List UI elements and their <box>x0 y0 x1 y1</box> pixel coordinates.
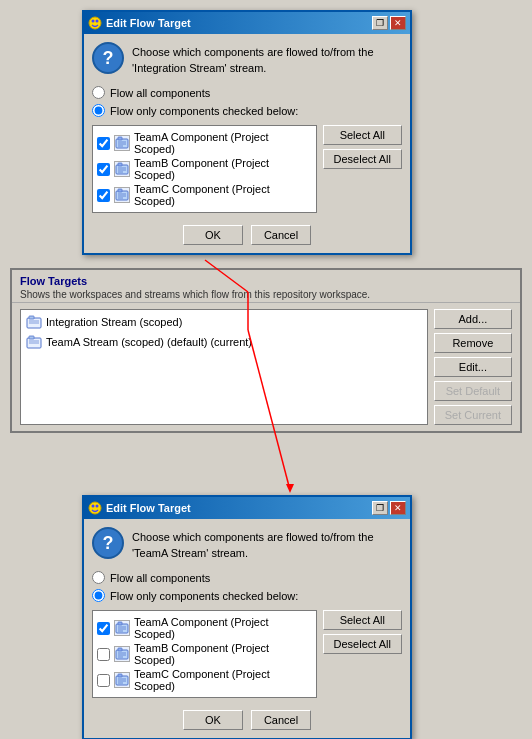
dialog2-window: Edit Flow Target ❐ ✕ ? Choose which comp… <box>82 495 412 739</box>
dialog2-cancel-btn[interactable]: Cancel <box>251 710 311 730</box>
panel-title: Flow Targets <box>20 275 512 287</box>
svg-point-31 <box>92 505 95 508</box>
dialog1-comp-a-checkbox[interactable] <box>97 137 110 150</box>
dialog1-comp-b-checkbox[interactable] <box>97 163 110 176</box>
dialog2-title-left: Edit Flow Target <box>88 501 191 515</box>
dialog1-comp-a-label: TeamA Component (Project Scoped) <box>134 131 312 155</box>
dialog2-question-text: Choose which components are flowed to/fr… <box>132 527 374 561</box>
dialog2-comp-b-checkbox[interactable] <box>97 648 110 661</box>
dialog2-components-list: TeamA Component (Project Scoped) TeamB C… <box>92 610 317 698</box>
dialog2-q-line1: Choose which components are flowed to/fr… <box>132 531 374 543</box>
table-row: TeamB Component (Project Scoped) <box>97 156 312 182</box>
dialog1-titlebar: Edit Flow Target ❐ ✕ <box>84 12 410 34</box>
svg-rect-14 <box>118 189 122 192</box>
dialog1-cancel-btn[interactable]: Cancel <box>251 225 311 245</box>
dialog2-side-buttons: Select All Deselect All <box>323 610 402 698</box>
dialog1-comp-c-label: TeamC Component (Project Scoped) <box>134 183 312 207</box>
dialog1-radio-checked[interactable] <box>92 104 105 117</box>
dialog2-close-btn[interactable]: ✕ <box>390 501 406 515</box>
svg-point-2 <box>96 20 99 23</box>
dialog2-comp-c-icon <box>114 672 130 688</box>
set-default-btn[interactable]: Set Default <box>434 381 512 401</box>
dialog2-radio-all[interactable] <box>92 571 105 584</box>
dialog2-comp-b-icon <box>114 646 130 662</box>
dialog1-comp-b-label: TeamB Component (Project Scoped) <box>134 157 312 181</box>
dialog1-q-line2: 'Integration Stream' stream. <box>132 62 266 74</box>
svg-point-30 <box>89 502 101 514</box>
stream-label-0: Integration Stream (scoped) <box>46 316 182 328</box>
dialog1-footer: OK Cancel <box>92 225 402 245</box>
dialog2-radio-checked[interactable] <box>92 589 105 602</box>
dialog2-title-text: Edit Flow Target <box>106 502 191 514</box>
dialog1-title-text: Edit Flow Target <box>106 17 191 29</box>
dialog1-radio2-row: Flow only components checked below: <box>92 104 402 117</box>
dialog1-components-list: TeamA Component (Project Scoped) TeamB C… <box>92 125 317 213</box>
table-row: TeamC Component (Project Scoped) <box>97 182 312 208</box>
dialog2-comp-b-label: TeamB Component (Project Scoped) <box>134 642 312 666</box>
dialog2-content: ? Choose which components are flowed to/… <box>84 519 410 738</box>
svg-rect-3 <box>116 139 128 148</box>
table-row: TeamA Component (Project Scoped) <box>97 615 312 641</box>
svg-rect-9 <box>118 163 122 166</box>
svg-rect-34 <box>118 622 122 625</box>
list-item[interactable]: TeamA Stream (scoped) (default) (current… <box>23 332 425 352</box>
dialog2-restore-btn[interactable]: ❐ <box>372 501 388 515</box>
dialog2-ok-btn[interactable]: OK <box>183 710 243 730</box>
dialog1-content: ? Choose which components are flowed to/… <box>84 34 410 253</box>
stream-list: Integration Stream (scoped) TeamA Stream… <box>20 309 428 425</box>
dialog2-components-area: TeamA Component (Project Scoped) TeamB C… <box>92 610 402 698</box>
dialog2-question-icon: ? <box>92 527 124 559</box>
dialog2-select-all-btn[interactable]: Select All <box>323 610 402 630</box>
dialog1-title-icon <box>88 16 102 30</box>
table-row: TeamA Component (Project Scoped) <box>97 130 312 156</box>
dialog1-radio-all[interactable] <box>92 86 105 99</box>
dialog1-components-area: TeamA Component (Project Scoped) TeamB C… <box>92 125 402 213</box>
add-btn[interactable]: Add... <box>434 309 512 329</box>
svg-rect-13 <box>116 191 128 200</box>
svg-rect-4 <box>118 137 122 140</box>
svg-point-1 <box>92 20 95 23</box>
table-row: TeamB Component (Project Scoped) <box>97 641 312 667</box>
svg-rect-44 <box>118 674 122 677</box>
svg-point-0 <box>89 17 101 29</box>
dialog1-select-all-btn[interactable]: Select All <box>323 125 402 145</box>
dialog1-radio1-row: Flow all components <box>92 86 402 99</box>
dialog1-title-left: Edit Flow Target <box>88 16 191 30</box>
svg-rect-19 <box>29 316 34 319</box>
edit-btn[interactable]: Edit... <box>434 357 512 377</box>
dialog2-deselect-all-btn[interactable]: Deselect All <box>323 634 402 654</box>
dialog2-comp-c-checkbox[interactable] <box>97 674 110 687</box>
dialog2-footer: OK Cancel <box>92 710 402 730</box>
stream-label-1: TeamA Stream (scoped) (default) (current… <box>46 336 252 348</box>
dialog2-comp-c-label: TeamC Component (Project Scoped) <box>134 668 312 692</box>
dialog1-ok-btn[interactable]: OK <box>183 225 243 245</box>
panel-side-buttons: Add... Remove Edit... Set Default Set Cu… <box>434 309 512 425</box>
svg-rect-43 <box>116 676 128 685</box>
list-item[interactable]: Integration Stream (scoped) <box>23 312 425 332</box>
panel-body: Integration Stream (scoped) TeamA Stream… <box>12 303 520 431</box>
dialog2-comp-a-checkbox[interactable] <box>97 622 110 635</box>
dialog1-title-buttons: ❐ ✕ <box>372 16 406 30</box>
panel-subtitle: Shows the workspaces and streams which f… <box>20 289 512 300</box>
remove-btn[interactable]: Remove <box>434 333 512 353</box>
set-current-btn[interactable]: Set Current <box>434 405 512 425</box>
panel-header: Flow Targets Shows the workspaces and st… <box>12 270 520 303</box>
dialog2-radio-all-label: Flow all components <box>110 572 210 584</box>
dialog1-restore-btn[interactable]: ❐ <box>372 16 388 30</box>
dialog1-close-btn[interactable]: ✕ <box>390 16 406 30</box>
dialog2-radio-checked-label: Flow only components checked below: <box>110 590 298 602</box>
table-row: TeamC Component (Project Scoped) <box>97 667 312 693</box>
svg-marker-29 <box>286 484 294 493</box>
dialog1-comp-c-checkbox[interactable] <box>97 189 110 202</box>
dialog2-radio1-row: Flow all components <box>92 571 402 584</box>
dialog1-question-icon: ? <box>92 42 124 74</box>
svg-rect-23 <box>29 336 34 339</box>
dialog2-radio2-row: Flow only components checked below: <box>92 589 402 602</box>
dialog1-comp-c-icon <box>114 187 130 203</box>
dialog1-comp-b-icon <box>114 161 130 177</box>
svg-rect-8 <box>116 165 128 174</box>
stream-icon-0 <box>26 314 42 330</box>
dialog1-deselect-all-btn[interactable]: Deselect All <box>323 149 402 169</box>
dialog1-question-text: Choose which components are flowed to/fr… <box>132 42 374 76</box>
dialog2-question-row: ? Choose which components are flowed to/… <box>92 527 402 561</box>
